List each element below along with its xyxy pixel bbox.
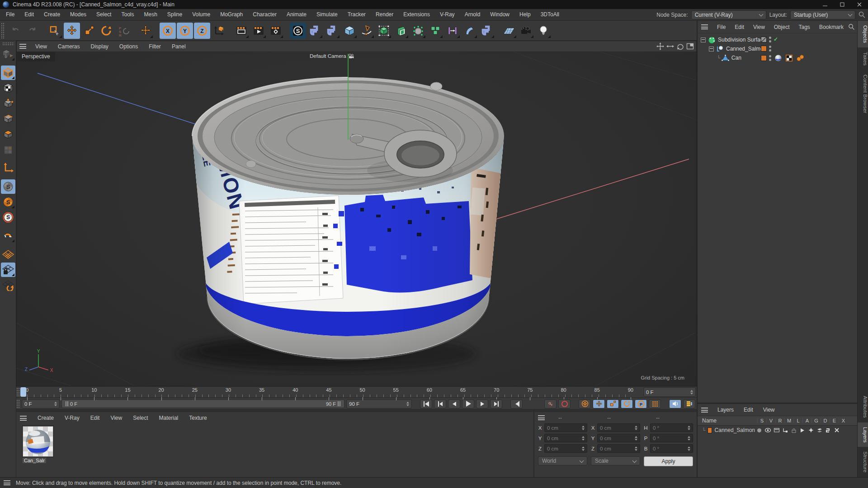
generator-check-icon[interactable]: ✓ — [774, 37, 778, 42]
material-menu-icon[interactable] — [20, 416, 27, 421]
layer-expressions-toggle[interactable] — [824, 427, 832, 433]
goto-end-button[interactable] — [510, 399, 523, 408]
floor-object-icon[interactable] — [501, 23, 517, 39]
position-x-field[interactable]: 0 cm — [544, 423, 587, 432]
om-search-icon[interactable] — [848, 23, 855, 30]
object-manager-menu-item[interactable]: Object — [769, 24, 794, 30]
snap-enable-button[interactable]: S — [1, 179, 15, 194]
apply-button[interactable]: Apply — [644, 456, 693, 466]
toolbar-drag-handle[interactable] — [1, 23, 5, 39]
light-object-icon[interactable] — [535, 23, 552, 39]
object-name[interactable]: Canned_Salmon — [726, 46, 766, 52]
viewport-menu-item[interactable]: View — [30, 43, 52, 50]
timeline-drag-handle[interactable] — [16, 388, 20, 397]
maximize-button[interactable] — [834, 0, 851, 9]
key-rotation-button[interactable] — [621, 399, 633, 408]
key-scale-button[interactable] — [607, 399, 619, 408]
layers-menu-icon[interactable] — [701, 408, 708, 413]
layers-menu-item[interactable]: View — [758, 407, 780, 413]
workplane-interactive-button[interactable] — [1, 278, 15, 292]
tab-takes[interactable]: Takes — [858, 47, 868, 70]
menubar-item[interactable]: Volume — [187, 9, 215, 20]
minimize-button[interactable] — [816, 0, 834, 9]
object-row-canned-salmon[interactable]: Canned_Salmon — [698, 44, 857, 53]
scale-y-field[interactable]: 0 cm — [597, 434, 640, 442]
model-mode-button[interactable] — [1, 66, 15, 80]
play-button[interactable] — [462, 399, 474, 408]
object-manager-menu-item[interactable]: View — [749, 24, 769, 30]
scale-z-field[interactable]: 0 cm — [597, 444, 640, 453]
edge-mode-button[interactable] — [1, 112, 15, 126]
layer-deformers-toggle[interactable] — [815, 427, 824, 433]
last-tool-psr[interactable]: PSR — [115, 23, 132, 39]
axis-mode-button[interactable] — [1, 161, 15, 175]
material-tag-icon[interactable] — [775, 55, 782, 61]
menubar-item[interactable]: Arnold — [460, 9, 486, 20]
collapse-icon[interactable] — [701, 38, 706, 42]
viewport-menu-item[interactable]: Filter — [143, 43, 166, 50]
material-menu-item[interactable]: Select — [127, 415, 153, 421]
viewport-menu-item[interactable]: Panel — [166, 43, 191, 50]
camera-object-icon[interactable] — [518, 23, 534, 39]
menubar-item[interactable]: Edit — [19, 9, 39, 20]
coordinate-space-dropdown[interactable]: World — [538, 456, 587, 465]
tweak-mode-button[interactable] — [1, 142, 15, 157]
motion-system-button[interactable] — [683, 399, 695, 408]
goto-next-key-button[interactable] — [490, 399, 502, 408]
coordinates-menu-icon[interactable] — [538, 415, 545, 420]
viewport-menu-item[interactable]: Display — [85, 43, 113, 50]
tab-layers[interactable]: Layers — [858, 422, 868, 447]
extrude-generator-icon[interactable] — [393, 23, 409, 39]
spline-pen-icon[interactable] — [359, 23, 375, 39]
timeline-drag-handle[interactable] — [16, 399, 20, 408]
visibility-dots[interactable] — [769, 55, 771, 61]
python-scripting-icon[interactable] — [479, 23, 495, 39]
bend-deformer-icon[interactable] — [462, 23, 478, 39]
material-menu-item[interactable]: Material — [154, 415, 184, 421]
viewport-view-label[interactable]: Perspective — [17, 52, 55, 61]
cube-primitive-icon[interactable] — [341, 23, 358, 39]
snap-dynamic-button[interactable]: S — [1, 210, 15, 225]
autokey-button[interactable] — [558, 399, 571, 408]
layer-color-chip[interactable] — [761, 55, 767, 61]
point-mode-button[interactable] — [1, 96, 15, 111]
object-manager-menu-item[interactable]: Edit — [730, 24, 749, 30]
render-view-button[interactable] — [233, 23, 250, 39]
rotate-tool[interactable] — [98, 23, 114, 39]
viewport-menu-item[interactable]: Cameras — [52, 43, 85, 50]
rotation-b-field[interactable]: 0 ° — [650, 444, 693, 453]
record-keyframe-button[interactable] — [544, 399, 557, 408]
collapse-icon[interactable] — [709, 47, 714, 52]
goto-prev-frame-button[interactable] — [448, 399, 460, 408]
menubar-item[interactable]: V-Ray — [435, 9, 460, 20]
status-menu-icon[interactable] — [4, 480, 10, 485]
menubar-item[interactable]: Window — [485, 9, 514, 20]
object-manager-menu-item[interactable]: File — [712, 24, 730, 30]
view-zoom-icon[interactable] — [666, 42, 674, 50]
material-name-label[interactable]: Can_Salr — [23, 458, 46, 463]
visibility-dots[interactable] — [769, 46, 771, 52]
object-manager-menu-icon[interactable] — [701, 24, 708, 29]
material-preview-sphere[interactable] — [23, 426, 53, 457]
keyframe-settings-button[interactable] — [579, 399, 591, 408]
viewport-menu-item[interactable]: Options — [114, 43, 143, 50]
menubar-item[interactable]: Help — [514, 9, 536, 20]
material-menu-item[interactable]: V-Ray — [59, 415, 85, 421]
object-row-subdivision-surface[interactable]: Subdivision Surface ✓ — [698, 35, 857, 44]
sketch-material-icon[interactable]: S — [290, 23, 306, 39]
layout-dropdown[interactable]: Startup (User) — [790, 10, 855, 19]
layer-row-canned-salmon[interactable]: └ Canned_Salmon — [698, 426, 857, 435]
node-space-dropdown[interactable]: Current (V-Ray) — [691, 10, 766, 19]
menubar-item[interactable]: Modes — [65, 9, 91, 20]
scale-x-field[interactable]: 0 cm — [597, 423, 640, 432]
menubar-item[interactable]: Select — [91, 9, 116, 20]
scale-tool[interactable] — [81, 23, 97, 39]
z-axis-lock-button[interactable]: Z — [194, 23, 210, 39]
undo-button[interactable] — [7, 23, 24, 39]
menubar-item[interactable]: 3DToAll — [536, 9, 564, 20]
timeline-ruler[interactable]: 0 5 10 15 20 25 30 35 40 45 50 55 60 65 … — [16, 387, 697, 398]
viewport-scene[interactable]: KINLE LMON — [17, 52, 696, 386]
y-axis-lock-button[interactable]: Y — [177, 23, 193, 39]
array-generator-icon[interactable] — [427, 23, 443, 39]
range-end-grip[interactable] — [338, 401, 340, 406]
